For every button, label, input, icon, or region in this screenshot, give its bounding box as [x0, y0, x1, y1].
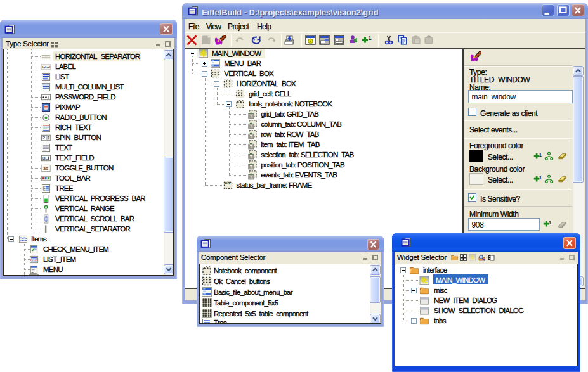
svg-text:1: 1 [369, 35, 372, 41]
